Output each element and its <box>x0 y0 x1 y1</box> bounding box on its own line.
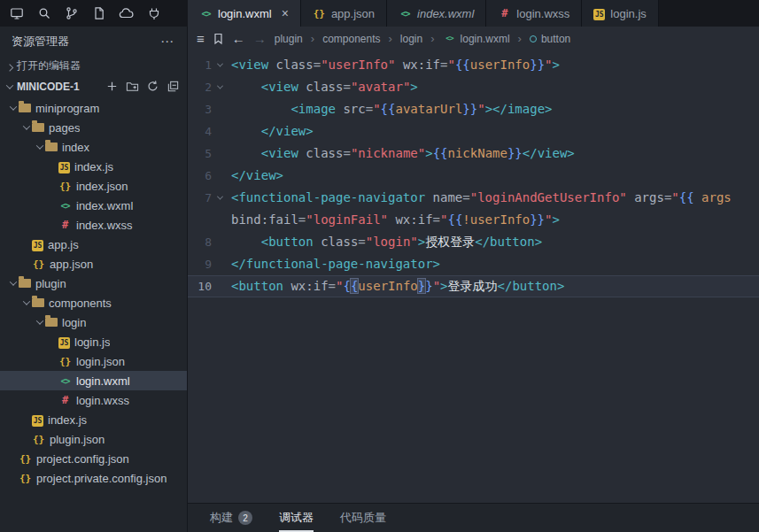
chevron-down-icon[interactable] <box>34 144 45 150</box>
file-label: login.wxss <box>76 394 129 407</box>
code-token: }} <box>507 146 523 160</box>
chevron-down-icon[interactable] <box>7 281 19 286</box>
chevron-down-icon[interactable] <box>217 194 223 200</box>
new-file-icon[interactable] <box>105 80 119 94</box>
line-number: 2 <box>188 76 212 98</box>
code-line-5[interactable]: 5 <view class="nickname">{{nickName}}</v… <box>188 143 759 165</box>
tree-item-index-js[interactable]: JSindex.js <box>0 410 187 429</box>
search-icon[interactable] <box>36 5 52 21</box>
line-number: 6 <box>188 165 212 187</box>
tree-item-pages[interactable]: pages <box>0 118 187 137</box>
breadcrumb-item-plugin[interactable]: plugin <box>275 33 303 45</box>
forward-arrow-icon[interactable]: → <box>253 32 267 45</box>
code-token: avatarUrl <box>395 102 462 116</box>
cloud-icon-shape <box>119 6 135 20</box>
plugin-icon[interactable] <box>146 5 162 21</box>
code-token: = <box>329 279 336 293</box>
code-token: <functional-page-navigator <box>231 190 425 204</box>
close-icon[interactable]: × <box>282 7 289 19</box>
tab-login-js[interactable]: JSlogin.js <box>582 0 658 27</box>
code-line-7-wrap[interactable]: bind:fail="loginFail" wx:if="{{!userInfo… <box>188 209 759 231</box>
tab-login-wxml[interactable]: <>login.wxml× <box>188 0 301 27</box>
code-text: <view class="avatar"> <box>228 76 418 98</box>
tree-item-components[interactable]: components <box>0 293 187 312</box>
tree-item-index-wxml[interactable]: <>index.wxml <box>0 196 187 215</box>
git-branch-icon[interactable] <box>64 5 80 21</box>
wxml: <> <box>199 6 213 20</box>
tab-label: login.wxss <box>516 7 569 20</box>
explorer-title: 资源管理器 <box>12 34 69 50</box>
document-icon[interactable] <box>91 5 107 21</box>
tab-login-wxss[interactable]: #login.wxss <box>486 0 582 27</box>
section-project-root[interactable]: MINICODE-1 <box>0 76 187 96</box>
new-folder-icon[interactable] <box>125 80 139 94</box>
code-line-6[interactable]: 6</view> <box>188 165 759 187</box>
breadcrumb-separator: › <box>389 32 392 45</box>
tree-item-login-js[interactable]: JSlogin.js <box>0 332 187 351</box>
code-token: {{ <box>381 102 396 116</box>
tree-item-login-wxss[interactable]: #login.wxss <box>0 390 187 410</box>
tree-item-index[interactable]: index <box>0 137 187 157</box>
chevron-down-icon[interactable] <box>217 83 223 89</box>
code-line-9[interactable]: 9</functional-page-navigator> <box>188 253 759 275</box>
tree-item-index-json[interactable]: {}index.json <box>0 176 187 196</box>
panel-tab-[interactable]: 代码质量 <box>340 504 386 532</box>
tree-item-login[interactable]: login <box>0 312 187 332</box>
file-label: index.json <box>76 180 128 193</box>
tree-item-login-wxml[interactable]: <>login.wxml <box>0 371 187 390</box>
chevron-down-icon[interactable] <box>7 105 19 111</box>
js: JS <box>32 412 43 427</box>
collapse-all-icon[interactable] <box>166 80 180 94</box>
wxml-shape: <> <box>58 199 72 212</box>
breadcrumb-item-login[interactable]: login <box>400 33 422 45</box>
code-token: > <box>418 235 425 249</box>
tree-item-plugin[interactable]: plugin <box>0 274 187 293</box>
tab-app-json[interactable]: {}app.json <box>301 0 387 27</box>
section-open-editors[interactable]: 打开的编辑器 <box>0 56 187 76</box>
chevron-down-icon[interactable] <box>217 61 223 67</box>
tree-item-index-wxss[interactable]: #index.wxss <box>0 215 187 235</box>
tree-item-app-json[interactable]: {}app.json <box>0 254 187 274</box>
collapse-all-icon-shape <box>167 80 180 93</box>
code-line-1[interactable]: 1<view class="userInfo" wx:if="{{userInf… <box>188 54 759 76</box>
breadcrumb-item-button[interactable]: button <box>530 33 570 45</box>
breadcrumb-item-login-wxml[interactable]: <>login.wxml <box>443 32 510 45</box>
code-line-7[interactable]: 7<functional-page-navigator name="loginA… <box>188 187 759 209</box>
git-branch-icon-shape <box>74 10 76 12</box>
workbench: 资源管理器 ⋯ 打开的编辑器 MINICODE-1 miniprogrampag… <box>0 27 759 532</box>
menu-icon[interactable]: ≡ <box>197 32 205 45</box>
tree-item-project-private-config-json[interactable]: {}project.private.config.json <box>0 468 187 488</box>
chevron-down-icon[interactable] <box>20 125 32 130</box>
more-actions-icon[interactable]: ⋯ <box>160 34 174 50</box>
folder <box>19 277 31 290</box>
code-line-4[interactable]: 4 </view> <box>188 120 759 143</box>
code-line-10[interactable]: 10<button wx:if="{{userInfo}}">登录成功</but… <box>188 275 759 297</box>
code-line-3[interactable]: 3 <image src="{{avatarUrl}}"></image> <box>188 98 759 120</box>
tree-item-app-js[interactable]: JSapp.js <box>0 235 187 254</box>
tree-item-project-config-json[interactable]: {}project.config.json <box>0 449 187 468</box>
file-label: index.wxss <box>76 219 133 232</box>
file-label: project.private.config.json <box>36 472 167 485</box>
breadcrumb-item-components[interactable]: components <box>322 33 380 45</box>
panel-tab-[interactable]: 调试器 <box>279 504 314 532</box>
back-arrow-icon[interactable]: ← <box>232 32 245 45</box>
tree-item-login-json[interactable]: {}login.json <box>0 351 187 371</box>
chevron-shape <box>9 278 16 285</box>
bookmark-icon[interactable] <box>213 33 224 45</box>
code-line-2[interactable]: 2 <view class="avatar"> <box>188 76 759 98</box>
panel-tab-[interactable]: 构建2 <box>210 504 252 532</box>
refresh-icon[interactable] <box>145 80 159 94</box>
tree-item-index-js[interactable]: JSindex.js <box>0 157 187 176</box>
cloud-icon[interactable] <box>119 5 135 21</box>
tab-index-wxml[interactable]: <>index.wxml <box>387 0 486 27</box>
line-number: 7 <box>188 187 212 209</box>
devices-icon[interactable] <box>9 5 25 21</box>
code-token: <view <box>261 80 298 94</box>
js-shape: JS <box>58 337 70 349</box>
code-editor[interactable]: 1<view class="userInfo" wx:if="{{userInf… <box>188 50 759 503</box>
code-line-8[interactable]: 8 <button class="login">授权登录</button> <box>188 231 759 253</box>
tree-item-plugin-json[interactable]: {}plugin.json <box>0 429 187 449</box>
chevron-down-icon[interactable] <box>20 300 32 305</box>
chevron-down-icon[interactable] <box>34 320 45 325</box>
tree-item-miniprogram[interactable]: miniprogram <box>0 98 187 118</box>
